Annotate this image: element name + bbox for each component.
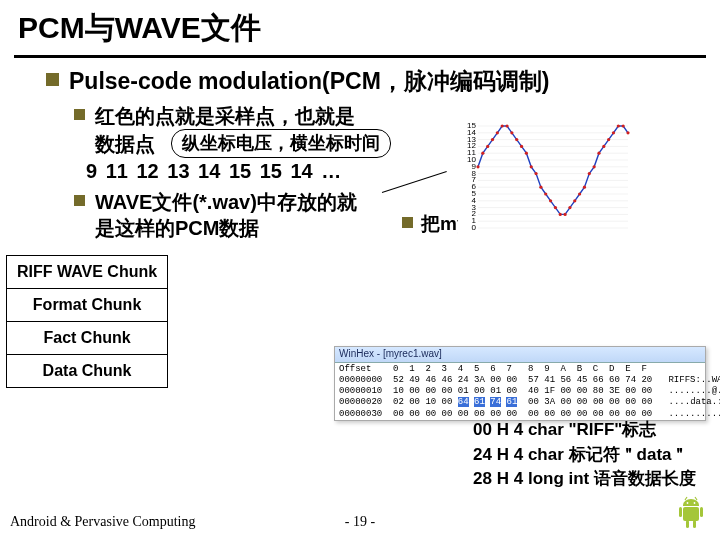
sub1-line2: 数据点 — [95, 133, 155, 155]
bullet-square-icon — [46, 73, 59, 86]
svg-point-42 — [525, 152, 528, 155]
svg-point-41 — [520, 145, 523, 148]
svg-point-57 — [597, 152, 600, 155]
hex-row: 00000000 52 49 46 46 24 3A 00 00 57 41 5… — [335, 375, 705, 386]
svg-point-51 — [568, 206, 571, 209]
page-number: - 19 - — [345, 514, 375, 530]
hex-row: 00000010 10 00 00 00 01 00 01 00 40 1F 0… — [335, 386, 705, 397]
riff-struct-lines: 00 H 4 char "RIFF"标志 24 H 4 char 标记符＂dat… — [473, 418, 696, 492]
sub-bullet-2: WAVE文件(*.wav)中存放的就 是这样的PCM数据 — [74, 189, 386, 241]
chunk-row: Fact Chunk — [7, 322, 168, 355]
svg-line-70 — [695, 497, 697, 500]
svg-point-46 — [544, 192, 547, 195]
svg-point-72 — [694, 502, 696, 504]
chunk-table: RIFF WAVE Chunk Format Chunk Fact Chunk … — [6, 255, 168, 388]
chunk-row: RIFF WAVE Chunk — [7, 256, 168, 289]
struct-line: 24 H 4 char 标记符＂data＂ — [473, 443, 696, 468]
struct-line: 00 H 4 char "RIFF"标志 — [473, 418, 696, 443]
svg-point-61 — [617, 124, 620, 127]
svg-point-35 — [491, 138, 494, 141]
svg-line-69 — [685, 497, 687, 500]
svg-point-48 — [554, 206, 557, 209]
sub2-line2: 是这样的PCM数据 — [95, 215, 357, 241]
main-bullet-text: Pulse-code modulation(PCM，脉冲编码调制) — [69, 66, 549, 97]
waveform-chart: 0123456789101112131415 — [458, 122, 634, 234]
svg-point-60 — [612, 131, 615, 134]
svg-point-38 — [505, 124, 508, 127]
svg-point-44 — [534, 172, 537, 175]
axis-callout: 纵坐标电压，横坐标时间 — [171, 129, 391, 158]
svg-point-37 — [501, 124, 504, 127]
sub1-line1: 红色的点就是采样点，也就是 — [95, 103, 391, 129]
svg-point-56 — [593, 165, 596, 168]
svg-point-36 — [496, 131, 499, 134]
sub2-line1: WAVE文件(*.wav)中存放的就 — [95, 189, 357, 215]
main-bullet: Pulse-code modulation(PCM，脉冲编码调制) — [46, 66, 694, 97]
svg-rect-65 — [679, 507, 682, 517]
svg-rect-64 — [683, 507, 699, 521]
svg-point-32 — [476, 165, 479, 168]
bullet-square-icon — [402, 217, 413, 228]
svg-rect-68 — [693, 520, 696, 528]
svg-point-49 — [559, 213, 562, 216]
hex-header: Offset 0 1 2 3 4 5 6 7 8 9 A B C D E F — [335, 363, 705, 375]
svg-rect-66 — [700, 507, 703, 517]
svg-point-47 — [549, 199, 552, 202]
bullet-square-icon — [74, 195, 85, 206]
svg-point-63 — [626, 131, 629, 134]
hex-editor-window: WinHex - [myrec1.wav] Offset 0 1 2 3 4 5… — [334, 346, 706, 421]
svg-point-53 — [578, 192, 581, 195]
svg-point-62 — [622, 124, 625, 127]
svg-point-45 — [539, 186, 542, 189]
svg-point-55 — [588, 172, 591, 175]
svg-point-40 — [515, 138, 518, 141]
footer-left: Android & Pervasive Computing — [10, 514, 196, 530]
svg-point-58 — [602, 145, 605, 148]
svg-text:15: 15 — [467, 122, 476, 130]
svg-point-59 — [607, 138, 610, 141]
android-icon — [676, 496, 706, 530]
svg-point-39 — [510, 131, 513, 134]
chunk-row: Format Chunk — [7, 289, 168, 322]
svg-point-52 — [573, 199, 576, 202]
slide-title: PCM与WAVE文件 — [0, 0, 720, 55]
bullet-square-icon — [74, 109, 85, 120]
svg-point-34 — [486, 145, 489, 148]
svg-point-43 — [530, 165, 533, 168]
svg-point-33 — [481, 152, 484, 155]
chunk-row: Data Chunk — [7, 355, 168, 388]
svg-point-54 — [583, 186, 586, 189]
svg-rect-67 — [686, 520, 689, 528]
hex-window-titlebar: WinHex - [myrec1.wav] — [335, 347, 705, 363]
svg-point-50 — [563, 213, 566, 216]
hex-row: 00000020 02 00 10 00 64 61 74 61 00 3A 0… — [335, 397, 705, 408]
struct-line: 28 H 4 long int 语音数据长度 — [473, 467, 696, 492]
svg-point-71 — [687, 502, 689, 504]
